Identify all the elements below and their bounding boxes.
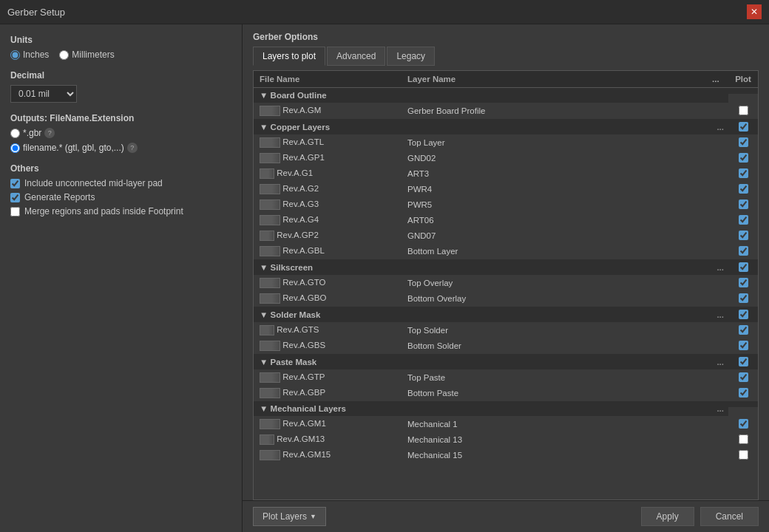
row-plot-checkbox[interactable] <box>728 103 758 118</box>
row-plot-checkbox[interactable] <box>728 386 758 400</box>
plot-check-input[interactable] <box>739 388 748 398</box>
section-header-3: ▼ Solder Mask... <box>254 307 758 323</box>
plot-check-input[interactable] <box>739 137 748 147</box>
row-plot-checkbox[interactable] <box>728 417 758 432</box>
plot-check-input[interactable] <box>739 450 748 460</box>
layers-table-container[interactable]: File Name Layer Name ... Plot ▼ Board Ou… <box>253 70 759 500</box>
table-row: Rev.A.GP2GND07 <box>254 228 758 244</box>
row-plot-checkbox[interactable] <box>728 276 758 290</box>
section-check-input-3[interactable] <box>739 310 748 319</box>
section-name-1: ▼ Copper Layers <box>254 119 706 135</box>
row-plot-checkbox[interactable] <box>728 323 758 338</box>
section-dots-2[interactable]: ... <box>706 259 728 276</box>
section-checkbox-1[interactable] <box>728 119 758 135</box>
cancel-button[interactable]: Cancel <box>700 507 759 526</box>
filename-text: Rev.A.GTO <box>282 278 325 287</box>
file-preview-icon <box>260 450 280 460</box>
plot-check-input[interactable] <box>739 168 748 178</box>
filename-help-icon[interactable]: ? <box>127 143 138 153</box>
section-dots-3[interactable]: ... <box>706 307 728 323</box>
section-check-input-4[interactable] <box>739 357 748 366</box>
plot-check-input[interactable] <box>739 200 748 209</box>
plot-check-input[interactable] <box>739 293 748 303</box>
filename-text: Rev.A.G2 <box>282 184 319 193</box>
gbr-help-icon[interactable]: ? <box>44 128 55 138</box>
row-dots <box>706 323 728 338</box>
plot-check-input[interactable] <box>739 184 748 194</box>
outputs-radio-group: *.gbr ? filename.* (gtl, gbl, gto,...) ? <box>10 128 231 153</box>
plot-check-input[interactable] <box>739 419 748 429</box>
section-name-4: ▼ Paste Mask <box>254 354 706 370</box>
file-preview-icon <box>260 137 280 148</box>
others-label: Others <box>10 163 231 174</box>
row-dots <box>706 213 728 228</box>
file-preview-icon <box>260 200 280 210</box>
row-plot-checkbox[interactable] <box>728 338 758 353</box>
inches-radio-label[interactable]: Inches <box>10 50 49 60</box>
decimal-select[interactable]: 0.01 mil <box>10 85 77 103</box>
row-plot-checkbox[interactable] <box>728 182 758 197</box>
row-plot-checkbox[interactable] <box>728 197 758 212</box>
row-plot-checkbox[interactable] <box>728 244 758 259</box>
plot-check-input[interactable] <box>739 215 748 225</box>
check2-label[interactable]: Generate Reports <box>10 192 231 202</box>
check3-checkbox[interactable] <box>10 207 20 216</box>
filename-cell-2-0: Rev.A.GTO <box>254 276 402 291</box>
check3-label[interactable]: Merge regions and pads inside Footprint <box>10 206 231 216</box>
plot-check-input[interactable] <box>739 246 748 256</box>
tab-advanced[interactable]: Advanced <box>327 47 385 66</box>
filename-text: Rev.A.GBL <box>282 246 325 255</box>
section-dots-4[interactable]: ... <box>706 354 728 370</box>
section-check-input-1[interactable] <box>739 122 748 132</box>
layer-name-cell: GND02 <box>402 151 706 166</box>
close-button[interactable]: ✕ <box>747 4 762 19</box>
section-checkbox-5 <box>728 401 758 408</box>
section-checkbox-2[interactable] <box>728 259 758 276</box>
row-plot-checkbox[interactable] <box>728 213 758 228</box>
section-check-input-2[interactable] <box>739 262 748 272</box>
section-checkbox-4[interactable] <box>728 354 758 370</box>
dialog: Gerber Setup ✕ Units Inches Millimeters <box>0 0 769 532</box>
check1-label[interactable]: Include unconnected mid-layer pad <box>10 178 231 188</box>
tab-legacy[interactable]: Legacy <box>387 47 435 66</box>
section-dots-1[interactable]: ... <box>706 119 728 135</box>
section-checkbox-3[interactable] <box>728 307 758 323</box>
tab-layers-to-plot[interactable]: Layers to plot <box>253 47 325 66</box>
apply-button[interactable]: Apply <box>641 507 694 526</box>
row-plot-checkbox[interactable] <box>728 151 758 166</box>
gbr-radio[interactable] <box>10 129 20 138</box>
filename-cell-1-3: Rev.A.G2 <box>254 182 402 197</box>
filename-cell-1-0: Rev.A.GTL <box>254 135 402 151</box>
plot-check-input[interactable] <box>739 106 748 115</box>
row-plot-checkbox[interactable] <box>728 370 758 385</box>
action-buttons: Apply Cancel <box>641 507 759 526</box>
filename-radio-row: filename.* (gtl, gbl, gto,...) ? <box>10 143 231 153</box>
plot-check-input[interactable] <box>739 325 748 335</box>
filename-cell-1-6: Rev.A.GP2 <box>254 228 402 244</box>
filename-radio[interactable] <box>10 143 20 153</box>
plot-check-input[interactable] <box>739 278 748 287</box>
plot-check-input[interactable] <box>739 153 748 163</box>
inches-radio[interactable] <box>10 50 20 60</box>
row-plot-checkbox[interactable] <box>728 228 758 243</box>
check1-checkbox[interactable] <box>10 179 20 188</box>
plot-check-input[interactable] <box>739 434 748 444</box>
row-plot-checkbox[interactable] <box>728 166 758 181</box>
row-plot-checkbox[interactable] <box>728 291 758 306</box>
row-plot-checkbox[interactable] <box>728 135 758 150</box>
section-dots-5[interactable]: ... <box>706 401 728 417</box>
millimeters-radio-label[interactable]: Millimeters <box>59 50 114 60</box>
check2-checkbox[interactable] <box>10 193 20 202</box>
millimeters-radio[interactable] <box>59 50 69 60</box>
row-dots <box>706 135 728 151</box>
row-plot-checkbox[interactable] <box>728 432 758 447</box>
plot-check-input[interactable] <box>739 341 748 350</box>
plot-check-input[interactable] <box>739 372 748 382</box>
row-dots <box>706 432 728 448</box>
plot-layers-label: Plot Layers <box>262 511 307 522</box>
plot-check-input[interactable] <box>739 231 748 240</box>
plot-layers-button[interactable]: Plot Layers ▼ <box>253 507 326 526</box>
row-plot-checkbox[interactable] <box>728 448 758 463</box>
row-dots <box>706 417 728 432</box>
row-dots <box>706 244 728 259</box>
